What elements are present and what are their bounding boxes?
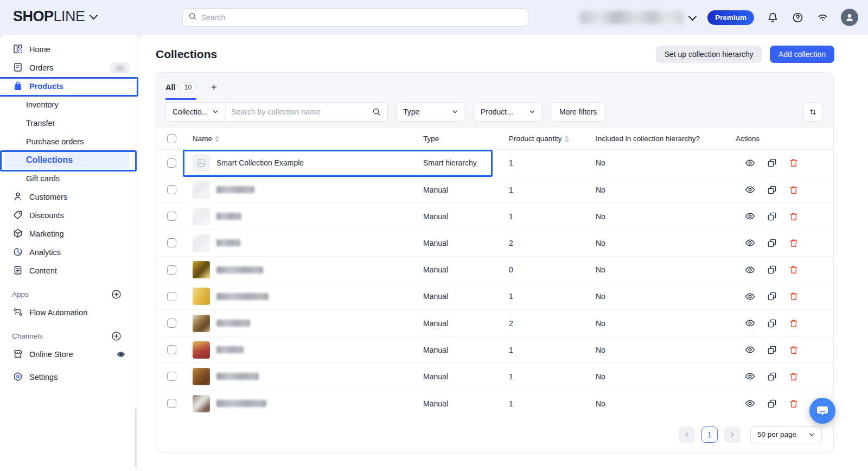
add-channel-icon[interactable] — [111, 331, 122, 341]
view-action-icon[interactable] — [745, 211, 755, 221]
help-icon[interactable] — [791, 11, 804, 24]
row-checkbox[interactable] — [167, 238, 176, 247]
duplicate-action-icon[interactable] — [767, 265, 777, 275]
sidebar-item-home[interactable]: Home — [0, 40, 138, 59]
delete-action-icon[interactable] — [789, 399, 799, 409]
delete-action-icon[interactable] — [789, 265, 799, 275]
delete-action-icon[interactable] — [789, 238, 799, 248]
page-number-button[interactable]: 1 — [701, 427, 718, 443]
shopline-logo[interactable]: SHOPLINE — [13, 8, 97, 25]
delete-action-icon[interactable] — [789, 212, 799, 221]
column-header-name[interactable]: Name — [193, 135, 423, 143]
delete-action-icon[interactable] — [789, 158, 799, 168]
collection-search-input[interactable] — [226, 107, 372, 116]
row-checkbox[interactable] — [167, 399, 176, 408]
row-name-redacted — [216, 320, 250, 327]
duplicate-action-icon[interactable] — [767, 238, 777, 248]
sidebar-scrollbar[interactable] — [135, 408, 137, 467]
row-checkbox[interactable] — [167, 185, 176, 194]
tab-all[interactable]: All 10 — [165, 82, 196, 100]
delete-action-icon[interactable] — [789, 291, 799, 301]
row-included: No — [596, 212, 736, 221]
sidebar-item-orders[interactable]: Orders — [0, 59, 138, 77]
row-type: Manual — [423, 399, 509, 408]
duplicate-action-icon[interactable] — [767, 345, 777, 355]
next-page-button[interactable] — [724, 427, 741, 443]
sidebar-item-gift-cards[interactable]: Gift cards — [0, 169, 138, 188]
row-checkbox[interactable] — [167, 212, 176, 221]
delete-action-icon[interactable] — [789, 185, 799, 195]
table-row[interactable]: Manual 1 No — [156, 364, 833, 390]
sidebar-item-customers[interactable]: Customers — [0, 188, 138, 206]
sort-button[interactable] — [803, 102, 822, 122]
add-collection-button[interactable]: Add collection — [770, 46, 834, 63]
store-switcher[interactable] — [580, 11, 695, 24]
product-filter-dropdown[interactable]: Product... — [474, 102, 542, 122]
table-row[interactable]: Smart Collection Example Smart hierarchy… — [156, 150, 833, 176]
view-action-icon[interactable] — [745, 371, 755, 381]
table-row[interactable]: Manual 2 No — [156, 230, 833, 257]
delete-action-icon[interactable] — [789, 345, 799, 355]
duplicate-action-icon[interactable] — [767, 185, 777, 195]
delete-action-icon[interactable] — [789, 319, 799, 328]
setup-collection-hierarchy-button[interactable]: Set up collection hierarchy — [656, 46, 762, 63]
more-filters-button[interactable]: More filters — [551, 102, 605, 122]
table-row[interactable]: Manual 1 No — [156, 283, 833, 310]
type-filter-dropdown[interactable]: Type — [396, 102, 465, 122]
table-row[interactable]: Manual 1 No — [156, 337, 833, 364]
sidebar-item-flow-automation[interactable]: Flow Automation — [0, 303, 138, 322]
sidebar-item-discounts[interactable]: Discounts — [0, 206, 138, 225]
sidebar-item-purchase-orders[interactable]: Purchase orders — [0, 132, 138, 151]
chat-launcher-button[interactable] — [809, 398, 835, 424]
collection-field-dropdown[interactable]: Collectio... — [166, 107, 225, 116]
view-action-icon[interactable] — [745, 265, 755, 275]
add-tab-button[interactable]: + — [210, 82, 217, 100]
sidebar-item-online-store[interactable]: Online Store — [0, 345, 138, 364]
duplicate-action-icon[interactable] — [767, 212, 777, 221]
global-search[interactable] — [182, 8, 528, 27]
sidebar-item-transfer[interactable]: Transfer — [0, 114, 138, 132]
duplicate-action-icon[interactable] — [767, 291, 777, 301]
table-row[interactable]: Manual 2 No — [156, 310, 833, 336]
table-row[interactable]: Manual 1 No — [156, 176, 833, 203]
sidebar-item-collections[interactable]: Collections — [4, 151, 130, 169]
column-header-quantity[interactable]: Product quantity — [509, 135, 596, 143]
store-visibility-eye-icon[interactable] — [116, 349, 126, 359]
sidebar-item-inventory[interactable]: Inventory — [0, 96, 138, 114]
row-checkbox[interactable] — [167, 319, 176, 328]
duplicate-action-icon[interactable] — [767, 319, 777, 328]
select-all-checkbox[interactable] — [167, 134, 176, 143]
prev-page-button[interactable] — [679, 427, 695, 443]
sidebar-item-analytics[interactable]: Analytics — [0, 243, 138, 262]
view-action-icon[interactable] — [745, 345, 755, 355]
user-avatar[interactable] — [841, 9, 858, 26]
row-checkbox[interactable] — [167, 372, 176, 381]
view-action-icon[interactable] — [745, 238, 755, 248]
row-checkbox[interactable] — [167, 345, 176, 354]
sidebar-item-content[interactable]: Content — [0, 262, 138, 280]
add-app-icon[interactable] — [111, 289, 122, 300]
table-row[interactable]: Manual 0 No — [156, 257, 833, 283]
sidebar-item-products[interactable]: Products — [0, 77, 138, 96]
view-action-icon[interactable] — [745, 291, 755, 302]
table-row[interactable]: Manual 1 No — [156, 203, 833, 230]
duplicate-action-icon[interactable] — [767, 372, 777, 381]
delete-action-icon[interactable] — [789, 372, 799, 381]
view-action-icon[interactable] — [745, 184, 755, 195]
column-header-included: Included in collection hierarchy? — [596, 135, 736, 143]
global-search-input[interactable] — [201, 13, 522, 22]
network-wifi-icon[interactable] — [816, 11, 829, 24]
page-size-dropdown[interactable]: 50 per page — [750, 426, 822, 443]
notifications-bell-icon[interactable] — [766, 11, 779, 24]
duplicate-action-icon[interactable] — [767, 399, 777, 409]
row-checkbox[interactable] — [167, 158, 176, 168]
table-row[interactable]: Manual 1 No — [156, 390, 833, 417]
row-checkbox[interactable] — [167, 292, 176, 301]
row-checkbox[interactable] — [167, 265, 176, 275]
view-action-icon[interactable] — [745, 318, 755, 328]
sidebar-item-marketing[interactable]: Marketing — [0, 225, 138, 243]
sidebar-item-settings[interactable]: Settings — [0, 368, 138, 386]
view-action-icon[interactable] — [745, 158, 755, 168]
duplicate-action-icon[interactable] — [767, 158, 777, 168]
view-action-icon[interactable] — [745, 398, 755, 409]
